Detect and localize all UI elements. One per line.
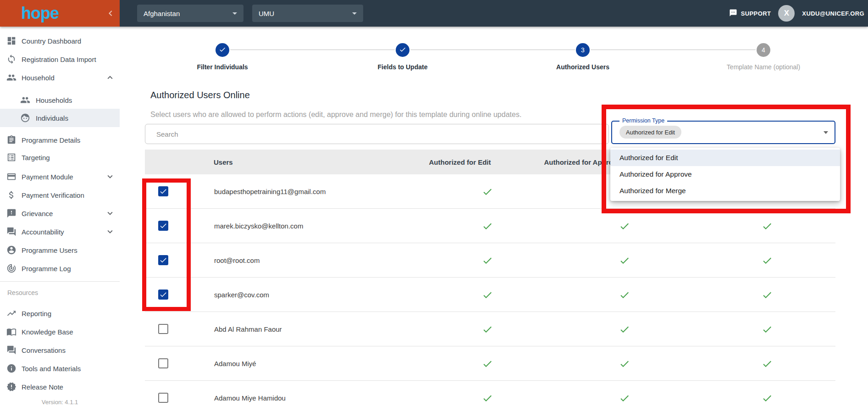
authorized-merge-check-icon	[762, 290, 773, 301]
authorized-merge-check-icon	[762, 324, 773, 335]
column-header-users: Users	[214, 150, 233, 174]
step-fields-to-update[interactable]	[396, 43, 409, 57]
support-button[interactable]: SUPPORT	[729, 9, 771, 18]
sidebar-item-payment-module[interactable]: Payment Module	[0, 167, 120, 186]
row-checkbox[interactable]	[158, 255, 168, 265]
authorized-edit-check-icon	[482, 186, 493, 197]
sidebar-item-label: Registration Data Import	[22, 50, 96, 68]
authorized-edit-check-icon	[482, 255, 493, 266]
step-filter-individuals[interactable]	[216, 43, 229, 57]
step-label-authorized-users: Authorized Users	[519, 63, 647, 71]
sidebar-item-programme-details[interactable]: Programme Details	[0, 131, 120, 149]
account-circle-icon	[6, 245, 17, 255]
dropdown-option-authorized-for-edit[interactable]: Authorized for Edit	[610, 150, 840, 166]
chat-icon	[729, 9, 737, 18]
sidebar-item-conversations[interactable]: Conversations	[0, 341, 120, 359]
chevron-down-icon	[105, 208, 115, 218]
card-icon	[6, 172, 17, 182]
sidebar-item-label: Individuals	[36, 109, 68, 127]
sidebar-item-country-dashboard[interactable]: Country Dashboard	[0, 32, 120, 50]
user-avatar[interactable]: X	[778, 5, 795, 22]
people-icon	[20, 95, 30, 105]
sidebar-item-reporting[interactable]: Reporting	[0, 304, 120, 323]
sidebar-item-registration-data-import[interactable]: Registration Data Import	[0, 50, 120, 68]
row-checkbox[interactable]	[158, 221, 168, 231]
row-checkbox[interactable]	[158, 290, 168, 300]
page-title: Authorized Users Online	[150, 90, 250, 100]
sidebar-item-tools-and-materials[interactable]: Tools and Materials	[0, 359, 120, 378]
app-root: hope Afghanistan UMU SUPPORT X XUDU@UNIC…	[0, 0, 868, 412]
trending-up-icon	[6, 308, 17, 318]
sidebar-item-knowledge-base[interactable]: Knowledge Base	[0, 323, 120, 341]
sidebar-item-release-note[interactable]: Release Note	[0, 378, 120, 396]
authorized-edit-check-icon	[482, 358, 493, 369]
sidebar-item-grievance[interactable]: Grievance	[0, 204, 120, 223]
sidebar: Resources Version: 4.1.1 Country Dashboa…	[0, 27, 120, 412]
forum-icon	[6, 227, 17, 237]
row-checkbox[interactable]	[158, 358, 168, 368]
version-label: Version: 4.1.1	[0, 399, 120, 406]
permission-type-chip: Authorized for Edit	[619, 126, 681, 139]
list-alt-icon	[6, 152, 17, 162]
user-email: XUDU@UNICEF.ORG	[802, 10, 864, 17]
check-icon	[219, 46, 226, 55]
sidebar-item-households[interactable]: Households	[0, 91, 120, 109]
table-row: root@root.com	[145, 243, 835, 278]
sidebar-item-targeting[interactable]: Targeting	[0, 148, 120, 167]
business-area-select[interactable]: Afghanistan	[137, 5, 243, 22]
business-area-value: Afghanistan	[144, 10, 180, 17]
sidebar-item-payment-verification[interactable]: Payment Verification	[0, 186, 120, 204]
sidebar-item-programme-users[interactable]: Programme Users	[0, 241, 120, 259]
step-label-template-name-optional: Template Name (optional)	[699, 63, 828, 71]
authorized-approve-check-icon	[619, 290, 630, 301]
clipboard-icon	[6, 135, 17, 145]
authorized-edit-check-icon	[482, 221, 493, 232]
sidebar-item-individuals[interactable]: Individuals	[0, 109, 120, 127]
sidebar-item-accountability[interactable]: Accountability	[0, 223, 120, 241]
chevron-down-icon	[105, 227, 115, 237]
step-connector	[230, 50, 395, 50]
user-name: sparker@cov.com	[214, 278, 269, 312]
support-label: SUPPORT	[741, 10, 771, 17]
authorized-merge-check-icon	[762, 255, 773, 266]
authorized-edit-check-icon	[482, 393, 493, 404]
dropdown-option-authorized-for-approve[interactable]: Authorized for Approve	[610, 166, 840, 183]
step-authorized-users[interactable]: 3	[576, 43, 590, 57]
search-input[interactable]	[145, 124, 609, 144]
row-checkbox[interactable]	[158, 393, 168, 403]
authorized-approve-check-icon	[619, 221, 630, 232]
sidebar-item-label: Grievance	[22, 204, 53, 223]
check-icon	[399, 46, 406, 55]
sidebar-item-label: Household	[22, 68, 55, 87]
sidebar-item-programme-log[interactable]: Programme Log	[0, 259, 120, 278]
authorized-merge-check-icon	[762, 393, 773, 404]
sidebar-item-household[interactable]: Household	[0, 68, 120, 87]
step-label-fields-to-update: Fields to Update	[338, 63, 467, 71]
sidebar-item-label: Conversations	[22, 341, 66, 359]
sidebar-item-label: Programme Users	[22, 241, 77, 259]
permission-type-select[interactable]: Permission Type Authorized for Edit	[611, 121, 835, 144]
step-template-name-optional[interactable]: 4	[757, 43, 770, 57]
dollar-icon	[6, 190, 17, 200]
sidebar-item-label: Reporting	[22, 304, 51, 323]
step-label-filter-individuals: Filter Individuals	[158, 63, 287, 71]
table-row: Adamou Miye Hamidou	[145, 381, 835, 412]
forum-icon	[6, 345, 17, 355]
sidebar-item-label: Households	[36, 91, 72, 109]
permission-type-label: Permission Type	[619, 117, 667, 124]
authorized-approve-check-icon	[619, 358, 630, 369]
row-checkbox[interactable]	[158, 324, 168, 334]
user-name: Adamou Miyé	[214, 346, 256, 381]
sidebar-item-label: Targeting	[22, 148, 50, 167]
row-checkbox[interactable]	[158, 186, 168, 196]
user-name: Abd Al Rahman Faour	[214, 312, 282, 346]
sidebar-item-label: Programme Details	[22, 131, 80, 149]
programme-value: UMU	[259, 10, 274, 17]
authorized-merge-check-icon	[762, 358, 773, 369]
sidebar-item-label: Country Dashboard	[22, 32, 81, 50]
sidebar-collapse-icon[interactable]	[105, 8, 116, 19]
column-header-authorized-for-edit: Authorized for Edit	[409, 150, 510, 174]
programme-select[interactable]: UMU	[252, 5, 363, 22]
step-connector	[410, 50, 575, 50]
dropdown-option-authorized-for-merge[interactable]: Authorized for Merge	[610, 183, 840, 199]
